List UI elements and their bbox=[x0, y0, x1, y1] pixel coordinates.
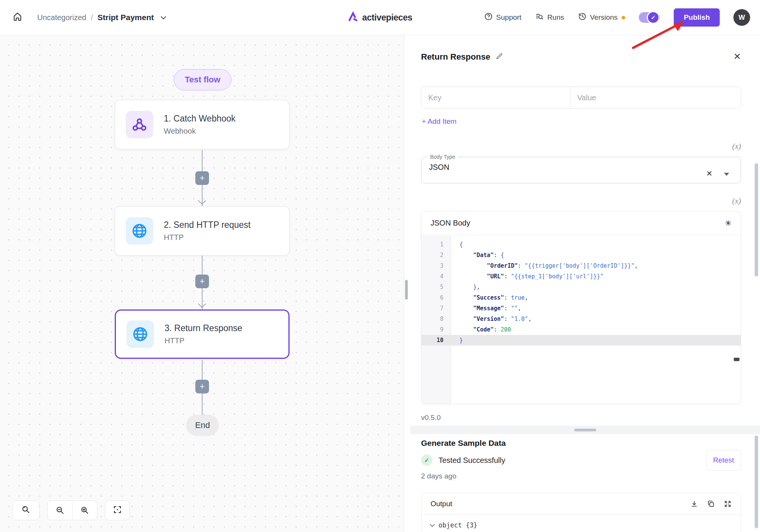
code-lines: 1{2 "Data": {3 "OrderID": "{{trigger['bo… bbox=[421, 239, 741, 346]
globe-icon bbox=[127, 320, 154, 348]
key-value-row bbox=[421, 87, 741, 109]
zoom-in-out-group bbox=[47, 500, 97, 520]
zoom-out-button[interactable] bbox=[48, 501, 72, 520]
zoom-reset-icon bbox=[21, 505, 30, 516]
avatar[interactable]: W bbox=[733, 9, 750, 26]
code-line[interactable]: 7 "Message": "", bbox=[421, 303, 741, 314]
nav-versions[interactable]: Versions bbox=[578, 12, 625, 23]
success-check-icon: ✓ bbox=[421, 455, 432, 466]
insert-variable-button[interactable]: (x) bbox=[723, 142, 741, 151]
panel-title: Return Response bbox=[421, 52, 490, 62]
panel-scrollbar-thumb[interactable] bbox=[755, 436, 758, 528]
fit-view-button[interactable] bbox=[105, 500, 130, 520]
body-type-label: Body Type bbox=[428, 154, 458, 160]
code-line[interactable]: 8 "Version": "1.0", bbox=[421, 314, 741, 324]
flow-name[interactable]: Stript Payment bbox=[98, 13, 154, 22]
nav-runs[interactable]: Runs bbox=[535, 12, 564, 23]
flow-step-card-1[interactable]: 1. Catch Webhook Webhook bbox=[115, 100, 290, 149]
chevron-down-icon bbox=[430, 522, 435, 527]
add-item-button[interactable]: + Add Item bbox=[422, 117, 456, 126]
key-input[interactable] bbox=[421, 87, 570, 108]
pencil-icon[interactable] bbox=[496, 52, 503, 62]
breadcrumb-folder[interactable]: Uncategorized bbox=[37, 13, 86, 22]
step-subtitle: Webhook bbox=[164, 127, 236, 136]
nav-support-label: Support bbox=[496, 13, 522, 22]
test-status: Tested Successfully bbox=[439, 456, 505, 465]
code-line[interactable]: 5 }, bbox=[421, 282, 741, 292]
add-step-button-1[interactable]: + bbox=[195, 171, 209, 185]
connector-arrow-icon bbox=[198, 300, 206, 308]
canvas-zoom-controls bbox=[12, 500, 130, 520]
sample-data-title: Generate Sample Data bbox=[421, 439, 506, 448]
sparkle-icon[interactable]: ✳ bbox=[725, 219, 732, 228]
value-input[interactable] bbox=[570, 87, 741, 108]
code-line[interactable]: 1{ bbox=[421, 239, 741, 250]
nav-runs-label: Runs bbox=[547, 13, 564, 22]
zoom-in-button[interactable] bbox=[72, 501, 97, 520]
code-line[interactable]: 4 "URL": "{{step_1['body']['url']}}" bbox=[421, 271, 741, 282]
body-type-field[interactable]: Body Type JSON ✕ bbox=[421, 154, 741, 183]
code-line[interactable]: 2 "Data": { bbox=[421, 250, 741, 260]
panel-section-divider[interactable] bbox=[410, 426, 760, 434]
home-icon bbox=[13, 12, 22, 23]
home-button[interactable] bbox=[10, 10, 25, 25]
download-icon[interactable] bbox=[690, 500, 698, 508]
code-line[interactable]: 10} bbox=[421, 335, 741, 346]
json-code-editor[interactable]: 1{2 "Data": {3 "OrderID": "{{trigger['bo… bbox=[421, 235, 741, 404]
toggle-check-icon: ✓ bbox=[647, 11, 660, 24]
retest-button[interactable]: Retest bbox=[706, 450, 741, 470]
expand-icon[interactable] bbox=[724, 500, 732, 508]
editor-scrollbar-thumb[interactable] bbox=[734, 358, 739, 361]
body-type-value: JSON bbox=[421, 160, 741, 172]
nav-versions-label: Versions bbox=[590, 13, 618, 22]
dropdown-caret-icon[interactable] bbox=[724, 173, 729, 176]
copy-icon[interactable] bbox=[707, 500, 715, 508]
connector-arrow-icon bbox=[198, 197, 206, 205]
add-step-button-3[interactable]: + bbox=[195, 380, 209, 393]
question-circle-icon bbox=[484, 12, 493, 23]
step-subtitle: HTTP bbox=[165, 336, 242, 345]
json-body-card: JSON Body ✳ 1{2 "Data": {3 "OrderID": "{… bbox=[421, 211, 741, 404]
flow-step-card-3[interactable]: 3. Return Response HTTP bbox=[115, 309, 290, 359]
insert-variable-button[interactable]: (x) bbox=[723, 196, 741, 206]
history-icon bbox=[578, 12, 587, 23]
top-navbar: Uncategorized / Stript Payment activepie… bbox=[0, 0, 760, 35]
unsaved-changes-dot bbox=[622, 16, 625, 19]
test-flow-button[interactable]: Test flow bbox=[174, 69, 231, 90]
clear-icon[interactable]: ✕ bbox=[706, 169, 712, 178]
breadcrumb: Uncategorized / Stript Payment bbox=[37, 13, 165, 22]
code-line[interactable]: 9 "Code": 200 bbox=[421, 324, 741, 335]
publish-button[interactable]: Publish bbox=[674, 8, 720, 27]
code-line[interactable]: 6 "Success": true, bbox=[421, 292, 741, 303]
flow-canvas[interactable]: Test flow 1. Catch Webhook Webhook + 2. … bbox=[0, 35, 404, 532]
flow-enabled-toggle[interactable]: ✓ bbox=[639, 12, 660, 23]
globe-icon bbox=[126, 217, 153, 245]
app-logo-text: activepieces bbox=[362, 13, 412, 23]
close-icon[interactable]: ✕ bbox=[733, 51, 741, 62]
step-title: 1. Catch Webhook bbox=[164, 114, 236, 124]
panel-resize-handle[interactable] bbox=[405, 280, 408, 300]
zoom-reset-button[interactable] bbox=[12, 500, 40, 520]
app-logo: activepieces bbox=[348, 11, 412, 24]
step-title: 3. Return Response bbox=[165, 323, 242, 333]
flow-end-node: End bbox=[186, 415, 219, 436]
test-timestamp: 2 days ago bbox=[421, 472, 456, 480]
json-body-title: JSON Body bbox=[431, 219, 470, 227]
chevron-down-icon[interactable] bbox=[161, 14, 166, 19]
output-card: Output object {3} bbox=[421, 493, 741, 532]
flow-step-card-2[interactable]: 2. Send HTTP request HTTP bbox=[115, 206, 290, 256]
code-line[interactable]: 3 "OrderID": "{{trigger['body']['OrderID… bbox=[421, 260, 741, 271]
step-settings-panel: Return Response ✕ + Add Item (x) Body Ty… bbox=[410, 35, 760, 532]
webhook-icon bbox=[126, 111, 153, 138]
panel-scrollbar-thumb[interactable] bbox=[755, 163, 758, 276]
add-step-button-2[interactable]: + bbox=[195, 275, 209, 288]
breadcrumb-separator: / bbox=[91, 13, 93, 22]
activepieces-logo-icon bbox=[348, 11, 358, 24]
output-title: Output bbox=[431, 500, 452, 508]
output-tree-root[interactable]: object {3} bbox=[421, 515, 741, 529]
step-title: 2. Send HTTP request bbox=[164, 220, 250, 230]
step-subtitle: HTTP bbox=[164, 233, 250, 242]
fit-view-icon bbox=[113, 505, 122, 516]
nav-support[interactable]: Support bbox=[484, 12, 522, 23]
divider-drag-handle-icon bbox=[574, 429, 596, 431]
